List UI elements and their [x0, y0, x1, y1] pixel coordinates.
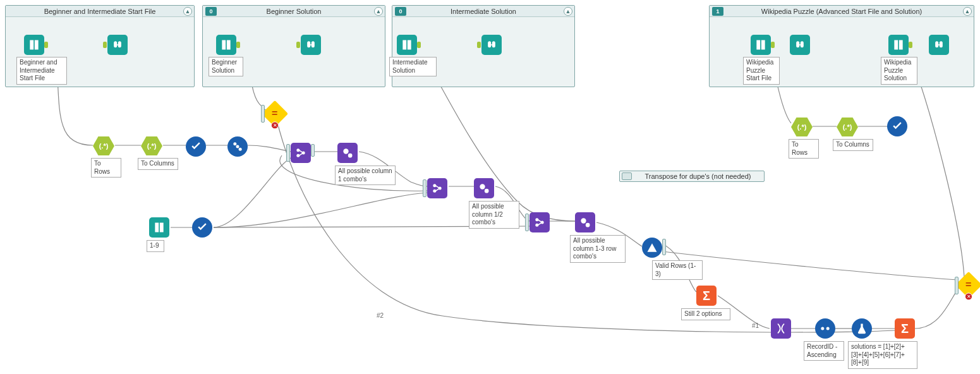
tool-annotation: Wikipedia Puzzle Solution [881, 57, 917, 85]
svg-point-18 [821, 327, 824, 330]
check-icon [891, 120, 904, 133]
tool-annotation: To Rows [789, 139, 819, 159]
text-input-tool[interactable] [24, 35, 44, 55]
collapse-icon[interactable]: ▲ [183, 7, 192, 16]
regex-tool[interactable]: (.*) [791, 118, 813, 136]
input-anchor[interactable] [261, 105, 265, 123]
binoculars-icon [305, 39, 317, 51]
container-order-badge: 0 [205, 7, 217, 16]
output-anchor[interactable] [771, 42, 775, 48]
binoculars-icon [485, 39, 498, 51]
input-anchor[interactable] [525, 214, 529, 231]
equals-icon: = [965, 279, 971, 291]
regex-tool[interactable]: (.*) [837, 118, 858, 136]
tool-annotation: To Rows [91, 158, 121, 178]
text-input-tool[interactable] [397, 35, 417, 55]
summarize-tool[interactable]: Σ [696, 286, 717, 306]
append-fields-tool[interactable] [529, 212, 550, 232]
book-icon [754, 39, 767, 51]
tool-annotation: All possible column 1-3 row combo's [570, 235, 626, 263]
svg-point-7 [348, 154, 353, 158]
batch-macro-tool[interactable] [337, 143, 358, 163]
input-anchor[interactable] [286, 144, 290, 162]
compare-tool[interactable]: = ✕ [262, 100, 288, 127]
sigma-icon: Σ [901, 322, 909, 336]
gears-icon [478, 182, 490, 195]
text-input-tool[interactable] [888, 35, 909, 55]
tool-annotation: 1-9 [147, 240, 164, 252]
sort-tool[interactable] [771, 318, 791, 339]
container-title: Beginner and Intermediate Start File [6, 8, 194, 15]
summarize-tool[interactable]: Σ [895, 318, 915, 339]
output-anchor[interactable] [311, 144, 315, 157]
container-title: Wikipedia Puzzle (Advanced Start File an… [710, 8, 974, 15]
collapse-icon[interactable]: ▲ [564, 7, 572, 16]
collapse-icon[interactable]: ▲ [374, 7, 383, 16]
tool-annotation: Intermediate Solution [389, 57, 437, 76]
append-fields-tool[interactable] [291, 143, 311, 163]
sigma-icon: Σ [703, 289, 710, 303]
append-fields-tool[interactable] [427, 178, 447, 198]
browse-tool[interactable] [301, 35, 321, 55]
input-anchor[interactable] [296, 42, 300, 48]
container-transpose-dupes[interactable]: Transpose for dupe's (not needed) [619, 171, 765, 182]
book-icon [28, 39, 40, 51]
container-order-badge: 1 [712, 7, 723, 16]
check-icon [190, 140, 202, 153]
input-anchor[interactable] [477, 42, 481, 48]
delta-icon [646, 241, 658, 254]
output-anchor[interactable] [662, 239, 666, 255]
input-anchor[interactable] [955, 277, 959, 294]
text-input-tool[interactable] [149, 217, 169, 238]
browse-tool[interactable] [929, 35, 949, 55]
formula-tool[interactable] [852, 318, 872, 339]
book-icon [892, 39, 905, 51]
svg-point-17 [586, 223, 590, 227]
tool-annotation: All possible column 1 combo's [335, 166, 396, 185]
browse-tool[interactable] [107, 35, 128, 55]
recordid-tool[interactable] [227, 136, 248, 157]
text-input-tool[interactable] [751, 35, 771, 55]
dots-icon [819, 322, 832, 335]
binoculars-icon [933, 39, 945, 51]
svg-point-1 [236, 145, 239, 148]
svg-point-11 [480, 184, 485, 189]
select-tool[interactable] [192, 217, 212, 238]
batch-macro-tool[interactable] [474, 178, 494, 198]
select-tool[interactable] [186, 136, 206, 157]
tool-annotation: To Columns [138, 158, 178, 170]
check-icon [196, 221, 209, 234]
tool-annotation: To Columns [833, 139, 873, 151]
browse-tool[interactable] [790, 35, 810, 55]
container-order-badge: 0 [395, 7, 406, 16]
input-anchor[interactable] [103, 42, 107, 48]
merge-icon [431, 182, 444, 195]
tool-annotation: Beginner Solution [209, 57, 243, 76]
compare-tool[interactable]: = ✕ [955, 272, 980, 298]
batch-macro-tool[interactable] [575, 212, 595, 232]
text-input-tool[interactable] [216, 35, 236, 55]
browse-tool[interactable] [481, 35, 502, 55]
tool-annotation: Valid Rows (1-3) [652, 260, 703, 280]
output-anchor[interactable] [44, 42, 48, 48]
book-icon [220, 39, 233, 51]
equals-icon: = [272, 108, 277, 119]
regex-tool[interactable]: (.*) [93, 136, 114, 155]
output-anchor[interactable] [909, 42, 912, 48]
output-anchor[interactable] [236, 42, 240, 48]
input-anchor[interactable] [423, 179, 426, 197]
error-badge-icon: ✕ [271, 121, 279, 129]
collapse-icon[interactable]: ▲ [963, 7, 972, 16]
binoculars-icon [111, 39, 124, 51]
dna-icon [775, 322, 787, 335]
svg-point-2 [239, 148, 242, 151]
svg-point-0 [233, 142, 236, 145]
regex-tool[interactable]: (.*) [141, 136, 162, 155]
flask-icon [856, 322, 868, 335]
join-multiple-tool[interactable] [815, 318, 835, 339]
output-anchor[interactable] [417, 42, 421, 48]
select-tool[interactable] [887, 116, 907, 136]
filter-tool[interactable] [642, 238, 662, 258]
error-badge-icon: ✕ [965, 293, 972, 300]
wire-label: #1 [752, 322, 759, 329]
